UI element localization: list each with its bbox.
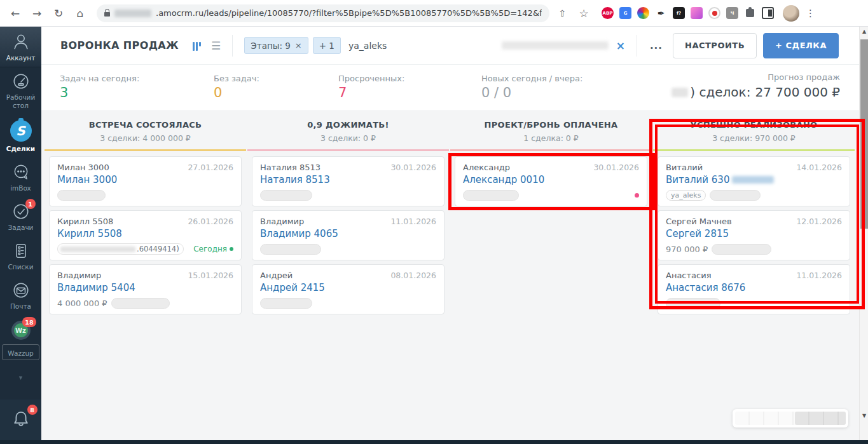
sidebar-item-mail[interactable]: Почта bbox=[0, 276, 41, 316]
bookmark-star-icon[interactable]: ☆ bbox=[575, 4, 593, 22]
scroll-down-icon[interactable]: ▼ bbox=[860, 413, 868, 419]
card-deal-link[interactable]: Сергей 2815 bbox=[666, 228, 842, 239]
sidebar-item-imbox[interactable]: imBox bbox=[0, 158, 41, 198]
card-tag-redacted bbox=[260, 190, 312, 201]
lists-icon bbox=[12, 242, 30, 260]
card-deal-title: Андрей 2415 bbox=[260, 282, 325, 293]
card-deal-link[interactable]: Владимир 5404 bbox=[57, 282, 233, 293]
ch-plugin-icon[interactable]: Ч bbox=[726, 7, 738, 19]
sidebar-item-wazzup[interactable]: Wz18Wazzup bbox=[0, 316, 41, 365]
sidebar-item-account[interactable]: Аккаунт bbox=[0, 27, 41, 67]
taskbar-edge bbox=[0, 440, 868, 444]
adblock-plus-icon[interactable]: ABP bbox=[602, 7, 614, 19]
card-contact-name: Владимир bbox=[57, 271, 101, 280]
deal-card[interactable]: Александр30.01.2026Александр 0010 bbox=[455, 156, 647, 206]
deal-card[interactable]: Сергей Мачнев12.01.2026Сергей 2815970 00… bbox=[658, 210, 850, 260]
back-icon[interactable]: ← bbox=[6, 4, 24, 22]
lock-icon bbox=[104, 12, 110, 17]
deal-card[interactable]: Анастасия11.01.2026Анастасия 8676 bbox=[658, 264, 850, 314]
scroll-up-icon[interactable]: ▲ bbox=[860, 29, 868, 34]
more-options-button[interactable]: ... bbox=[640, 40, 673, 51]
browser-menu-icon[interactable]: ⋮ bbox=[803, 8, 818, 19]
sidebar-item-lists[interactable]: Списки bbox=[0, 237, 41, 276]
column-cards: Милан 300027.01.2026Милан 3000Кирилл 550… bbox=[44, 151, 247, 314]
sidebar-item-dashboard[interactable]: Рабочий стол bbox=[0, 67, 41, 115]
stat-label: Задач на сегодня: bbox=[60, 74, 139, 83]
side-panel-icon[interactable] bbox=[762, 7, 774, 19]
screen-recorder-icon[interactable] bbox=[708, 7, 720, 19]
browser-profile-avatar[interactable] bbox=[783, 5, 799, 22]
card-deal-link[interactable]: Наталия 8513 bbox=[260, 174, 436, 185]
page-title: ВОРОНКА ПРОДАЖ bbox=[60, 39, 179, 51]
share-icon[interactable]: ⇧ bbox=[553, 4, 571, 22]
deal-card[interactable]: Владимир11.01.2026Владимир 4065 bbox=[252, 210, 444, 260]
card-deal-link[interactable]: Виталий 630 bbox=[666, 174, 842, 185]
kanban-view-icon[interactable] bbox=[193, 41, 201, 51]
list-view-icon[interactable]: ☰ bbox=[211, 39, 221, 52]
vertical-scrollbar[interactable]: ▲ ▼ bbox=[859, 27, 868, 440]
chip-close-icon[interactable]: × bbox=[295, 41, 302, 50]
eyedropper-icon[interactable]: ✒ bbox=[655, 7, 667, 19]
card-deal-link[interactable]: Владимир 4065 bbox=[260, 228, 436, 239]
card-bottom-row: .60449414)Сегодня bbox=[57, 243, 233, 255]
horizontal-scrollbar-thumb[interactable] bbox=[795, 412, 846, 425]
address-bar[interactable]: .amocrm.ru/leads/pipeline/10085770/?filt… bbox=[97, 4, 549, 22]
forward-icon[interactable]: → bbox=[28, 4, 46, 22]
home-icon[interactable]: ⌂ bbox=[71, 4, 89, 22]
setup-button[interactable]: НАСТРОИТЬ bbox=[673, 33, 757, 58]
card-tag-redacted bbox=[710, 190, 761, 201]
stat-value: 7 bbox=[338, 85, 404, 100]
card-deal-link[interactable]: Милан 3000 bbox=[57, 174, 233, 185]
card-tag-redacted bbox=[666, 298, 720, 309]
horizontal-scrollbar-track[interactable] bbox=[735, 412, 846, 425]
sidebar-item-collapse[interactable]: ▾ bbox=[0, 365, 41, 387]
card-date: 11.01.2026 bbox=[796, 271, 842, 280]
extensions-puzzle-icon[interactable] bbox=[744, 7, 756, 19]
f-shortcut-icon[interactable]: f? bbox=[673, 7, 685, 19]
vertical-scrollbar-thumb[interactable] bbox=[860, 39, 868, 229]
pink-panel-icon[interactable] bbox=[691, 7, 703, 19]
card-deal-link[interactable]: Кирилл 5508 bbox=[57, 228, 233, 239]
leads-logo: S bbox=[10, 120, 32, 142]
card-top-row: Андрей08.01.2026 bbox=[260, 271, 436, 280]
new-deal-button[interactable]: + СДЕЛКА bbox=[763, 33, 839, 58]
deal-card[interactable]: Милан 300027.01.2026Милан 3000 bbox=[49, 156, 242, 206]
deal-card[interactable]: Владимир15.01.2026Владимир 54044 000 000… bbox=[49, 264, 242, 314]
sidebar-item-label: Задачи bbox=[8, 224, 34, 232]
sidebar-item-tasks[interactable]: 1Задачи bbox=[0, 198, 41, 237]
filter-chip[interactable]: + 1 bbox=[313, 37, 341, 54]
card-deal-link[interactable]: Анастасия 8676 bbox=[666, 282, 842, 293]
card-tag-redacted bbox=[712, 244, 771, 255]
horizontal-scrollbar-widget[interactable] bbox=[733, 409, 848, 427]
card-bottom-row bbox=[260, 189, 436, 201]
card-deal-link[interactable]: Андрей 2415 bbox=[260, 282, 436, 293]
sidebar-item-label: Почта bbox=[10, 302, 31, 311]
card-contact-name: Наталия 8513 bbox=[260, 163, 320, 172]
card-deal-title: Александр 0010 bbox=[463, 174, 544, 185]
deal-card[interactable]: Кирилл 550826.01.2026Кирилл 5508.6044941… bbox=[49, 210, 242, 260]
deal-card[interactable]: Андрей08.01.2026Андрей 2415 bbox=[252, 264, 444, 314]
badge-count: 1 bbox=[25, 199, 36, 209]
sidebar-item-notifications[interactable]: 8 bbox=[0, 400, 41, 440]
stat-item: Задач на сегодня:3 bbox=[60, 74, 139, 100]
deal-card[interactable]: Виталий14.01.2026Виталий 630ya_aleks bbox=[658, 156, 850, 206]
card-bottom-row: 4 000 000 ₽ bbox=[57, 297, 233, 309]
account-icon bbox=[11, 32, 31, 51]
card-bottom-row bbox=[57, 189, 233, 201]
sidebar-item-label: Списки bbox=[8, 263, 34, 271]
card-deal-link[interactable]: Александр 0010 bbox=[463, 174, 639, 185]
stat-value: 3 bbox=[60, 85, 139, 100]
google-translate-icon[interactable]: G bbox=[619, 7, 631, 19]
filter-chip-label: + 1 bbox=[319, 41, 334, 51]
filter-chip[interactable]: Этапы: 9× bbox=[244, 37, 308, 54]
card-top-row: Кирилл 550826.01.2026 bbox=[57, 217, 233, 226]
sidebar-item-leads[interactable]: SСделки bbox=[0, 115, 41, 158]
deal-card[interactable]: Наталия 851330.01.2026Наталия 8513 bbox=[252, 156, 444, 206]
reload-icon[interactable]: ↻ bbox=[50, 4, 67, 22]
status-dot bbox=[230, 247, 233, 251]
browser-toolbar: ← → ↻ ⌂ .amocrm.ru/leads/pipeline/100857… bbox=[0, 0, 868, 27]
clear-filter-icon[interactable]: × bbox=[616, 39, 625, 52]
color-wheel-icon[interactable] bbox=[637, 7, 649, 19]
badge-count: 18 bbox=[22, 317, 36, 327]
card-top-row: Владимир11.01.2026 bbox=[260, 217, 436, 226]
